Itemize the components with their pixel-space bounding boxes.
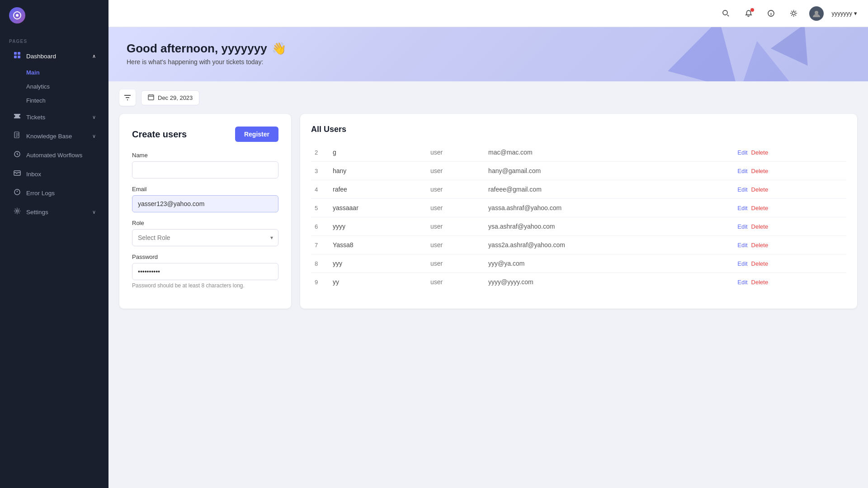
delete-button[interactable]: Delete — [751, 242, 769, 249]
edit-button[interactable]: Edit — [737, 223, 747, 230]
all-users-title: All Users — [311, 125, 846, 134]
table-row: 4 rafee user rafeee@gmail.com Edit Delet… — [311, 180, 846, 199]
svg-rect-3 — [18, 52, 20, 55]
user-id: 8 — [311, 254, 329, 273]
username-dropdown[interactable]: yyyyyyy ▾ — [832, 10, 858, 17]
user-name: rafee — [329, 180, 427, 199]
sidebar-sub-item-main[interactable]: Main — [4, 66, 105, 79]
filter-button[interactable] — [119, 89, 136, 106]
tickets-label: Tickets — [26, 114, 45, 121]
sidebar-item-automated-workflows[interactable]: Automated Worflows — [4, 146, 105, 164]
error-logs-label: Error Logs — [26, 190, 55, 197]
sidebar-sub-item-analytics[interactable]: Analytics — [4, 80, 105, 93]
edit-button[interactable]: Edit — [737, 279, 747, 286]
knowledge-base-label: Knowledge Base — [26, 133, 72, 140]
app-logo-icon — [9, 7, 25, 23]
username-chevron-icon: ▾ — [854, 10, 857, 17]
user-id: 4 — [311, 180, 329, 199]
edit-button[interactable]: Edit — [737, 260, 747, 267]
username-text: yyyyyyy — [832, 10, 853, 17]
info-button[interactable] — [764, 6, 778, 21]
sidebar-item-dashboard[interactable]: Dashboard ∧ — [4, 47, 105, 65]
delete-button[interactable]: Delete — [751, 168, 769, 174]
knowledge-base-chevron-icon: ∨ — [92, 133, 96, 139]
svg-point-10 — [16, 210, 19, 212]
sidebar-item-error-logs[interactable]: Error Logs — [4, 184, 105, 202]
user-role: user — [427, 236, 485, 254]
user-id: 6 — [311, 217, 329, 236]
sidebar-item-tickets[interactable]: Tickets ∨ — [4, 108, 105, 126]
knowledge-base-icon — [13, 131, 22, 141]
notification-dot — [750, 8, 754, 12]
edit-button[interactable]: Edit — [737, 242, 747, 249]
analytics-label: Analytics — [26, 83, 50, 90]
user-id: 9 — [311, 273, 329, 291]
users-table-wrapper[interactable]: 2 g user mac@mac.com Edit Delete 3 hany … — [311, 143, 846, 291]
sidebar-item-settings[interactable]: Settings ∨ — [4, 203, 105, 221]
table-row: 7 Yassa8 user yass2a.ashraf@yahoo.com Ed… — [311, 236, 846, 254]
user-actions: Edit Delete — [734, 236, 846, 254]
user-name: yassaaar — [329, 199, 427, 217]
user-email: yyy@ya.com — [485, 254, 734, 273]
user-email: ysa.ashraf@yahoo.com — [485, 217, 734, 236]
user-role: user — [427, 180, 485, 199]
password-hint: Password should be at least 8 characters… — [132, 282, 278, 289]
user-actions: Edit Delete — [734, 273, 846, 291]
notifications-button[interactable] — [741, 6, 756, 21]
edit-button[interactable]: Edit — [737, 205, 747, 211]
tickets-icon — [13, 113, 22, 122]
dashboard-icon — [13, 52, 22, 61]
user-name: yyy — [329, 254, 427, 273]
wave-emoji: 👋 — [272, 42, 286, 56]
dashboard-label: Dashboard — [26, 53, 56, 60]
delete-button[interactable]: Delete — [751, 186, 769, 193]
search-button[interactable] — [719, 6, 733, 21]
table-row: 2 g user mac@mac.com Edit Delete — [311, 143, 846, 162]
theme-toggle-button[interactable] — [787, 6, 801, 21]
role-select[interactable]: Select Role Admin User Manager — [132, 229, 278, 246]
create-users-panel: Create users Register Name Email Role Se… — [119, 114, 291, 309]
delete-button[interactable]: Delete — [751, 149, 769, 156]
banner-decoration — [674, 27, 841, 81]
main-label: Main — [26, 69, 40, 76]
edit-button[interactable]: Edit — [737, 149, 747, 156]
edit-button[interactable]: Edit — [737, 168, 747, 174]
edit-button[interactable]: Edit — [737, 186, 747, 193]
panels-row: Create users Register Name Email Role Se… — [108, 114, 868, 319]
user-email: yass2a.ashraf@yahoo.com — [485, 236, 734, 254]
user-actions: Edit Delete — [734, 217, 846, 236]
register-button[interactable]: Register — [235, 127, 278, 142]
svg-point-11 — [723, 10, 727, 15]
header: yyyyyyy ▾ — [108, 0, 868, 27]
delete-button[interactable]: Delete — [751, 205, 769, 211]
user-role: user — [427, 143, 485, 162]
svg-rect-2 — [14, 52, 17, 55]
password-input[interactable] — [132, 263, 278, 280]
date-picker[interactable]: Dec 29, 2023 — [141, 90, 199, 105]
name-input[interactable] — [132, 161, 278, 178]
user-actions: Edit Delete — [734, 143, 846, 162]
email-label: Email — [132, 186, 278, 192]
user-email: yyyy@yyyy.com — [485, 273, 734, 291]
sidebar-item-inbox[interactable]: Inbox — [4, 165, 105, 183]
error-logs-icon — [13, 188, 22, 197]
delete-button[interactable]: Delete — [751, 260, 769, 267]
svg-point-1 — [16, 14, 19, 17]
users-table: 2 g user mac@mac.com Edit Delete 3 hany … — [311, 143, 846, 291]
table-row: 5 yassaaar user yassa.ashraf@yahoo.com E… — [311, 199, 846, 217]
user-email: rafeee@gmail.com — [485, 180, 734, 199]
email-field-group: Email — [132, 186, 278, 212]
main-area: yyyyyyy ▾ Good afternoon, yyyyyyy 👋 Here… — [108, 0, 868, 488]
dashboard-chevron-icon: ∧ — [92, 53, 96, 59]
delete-button[interactable]: Delete — [751, 223, 769, 230]
settings-label: Settings — [26, 209, 48, 216]
sidebar-item-knowledge-base[interactable]: Knowledge Base ∨ — [4, 127, 105, 145]
email-input[interactable] — [132, 195, 278, 212]
svg-rect-4 — [14, 56, 17, 58]
delete-button[interactable]: Delete — [751, 279, 769, 286]
create-users-header: Create users Register — [132, 127, 278, 142]
sidebar-sub-item-fintech[interactable]: Fintech — [4, 94, 105, 107]
password-label: Password — [132, 253, 278, 260]
avatar — [809, 6, 824, 21]
svg-rect-15 — [148, 95, 154, 100]
